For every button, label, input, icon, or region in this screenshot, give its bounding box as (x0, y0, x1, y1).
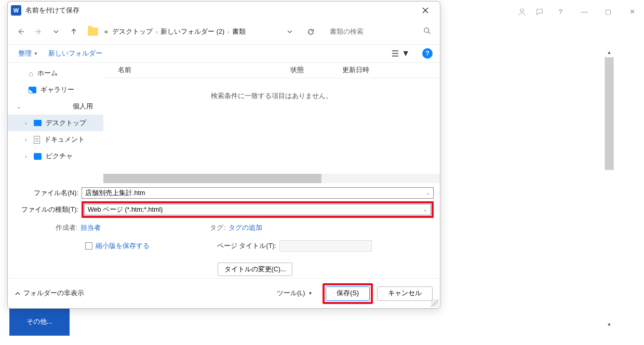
user-icon[interactable] (513, 4, 531, 20)
word-app-icon: W (11, 5, 21, 16)
sidebar-group-label: 個人用 (26, 102, 103, 111)
nav-forward-button[interactable] (31, 24, 46, 39)
page-title-input[interactable] (279, 240, 372, 252)
background-titlebar: ? — ▢ ✕ (441, 0, 644, 23)
nav-up-button[interactable] (66, 24, 82, 39)
svg-point-3 (424, 28, 429, 33)
view-mode-button[interactable]: ▼ (388, 47, 413, 60)
sort-indicator-icon: ⌃ (300, 65, 303, 70)
dialog-toolbar: 整理▼ 新しいフォルダー ▼ ? (8, 44, 440, 63)
sidebar-item-desktop[interactable]: › デスクトップ (8, 115, 103, 131)
chevron-right-icon[interactable]: › (22, 120, 30, 126)
filename-row: ファイル名(N): 店舗別売上集計.htm ⌄ (14, 187, 434, 199)
help-button[interactable]: ? (548, 4, 572, 20)
breadcrumb-root[interactable]: « (102, 28, 110, 35)
chevron-down-icon: ▼ (34, 51, 38, 56)
hide-folders-toggle[interactable]: フォルダーの非表示 (15, 289, 84, 298)
svg-line-4 (428, 32, 431, 34)
metadata-row: 作成者: 担当者 タグ: タグの追加 (14, 220, 434, 232)
folder-icon (88, 27, 98, 36)
save-thumbnail-label[interactable]: 縮小版を保存する (96, 242, 150, 251)
filetype-label: ファイルの種類(T): (14, 205, 82, 214)
dialog-body: ホーム ギャラリー ⌄ 個人用 › デスクトップ › ドキュメント › (8, 63, 440, 184)
empty-message: 検索条件に一致する項目はありません。 (103, 78, 440, 174)
search-box[interactable] (326, 24, 435, 39)
breadcrumb-item[interactable]: 新しいフォルダー (2) (158, 27, 226, 36)
change-title-button[interactable]: タイトルの変更(C)... (218, 263, 293, 276)
author-label: 作成者: (56, 224, 77, 232)
nav-back-button[interactable] (13, 24, 29, 39)
chevron-right-icon[interactable]: › (22, 137, 30, 143)
filetype-dropdown[interactable]: Web ページ (*.htm;*.html) ⌄ (84, 204, 431, 215)
column-status[interactable]: 状態 (285, 66, 337, 75)
file-list-header: 名前 ⌃ 状態 更新日時 (103, 63, 440, 78)
chat-icon[interactable] (531, 4, 548, 20)
save-button-highlight: 保存(S) (323, 283, 373, 304)
save-button[interactable]: 保存(S) (326, 286, 370, 301)
author-value[interactable]: 担当者 (81, 224, 101, 232)
breadcrumb-path[interactable]: « デスクトップ › 新しいフォルダー (2) › 書類 (88, 24, 297, 39)
chevron-down-icon: ▼ (308, 291, 312, 296)
sidebar-group-personal[interactable]: ⌄ 個人用 (8, 98, 103, 115)
scroll-up-icon[interactable]: ▲ (605, 48, 614, 57)
chevron-down-icon[interactable]: ⌄ (423, 207, 427, 212)
dialog-titlebar: W 名前を付けて保存 (8, 2, 440, 19)
svg-point-0 (520, 9, 524, 12)
breadcrumb-item[interactable]: 書類 (230, 27, 248, 36)
minimize-button[interactable]: — (572, 4, 596, 20)
dialog-close-button[interactable] (414, 3, 437, 18)
column-date[interactable]: 更新日時 (337, 66, 410, 75)
sidebar-item-pictures[interactable]: › ピクチャ (8, 148, 103, 164)
tags-label: タグ: (210, 224, 225, 232)
organize-button[interactable]: 整理▼ (15, 48, 41, 60)
sidebar-item-label: ギャラリー (41, 86, 74, 94)
desktop-icon (34, 120, 42, 126)
search-icon[interactable] (423, 27, 431, 36)
column-name[interactable]: 名前 (103, 66, 285, 75)
chevron-down-icon[interactable]: ⌄ (15, 104, 22, 109)
dialog-help-button[interactable]: ? (422, 48, 433, 59)
resize-grip[interactable] (431, 299, 438, 307)
sidebar-item-documents[interactable]: › ドキュメント (8, 131, 103, 148)
search-input[interactable] (330, 28, 423, 35)
cancel-button[interactable]: キャンセル (377, 286, 433, 301)
horizontal-scrollbar[interactable] (103, 174, 440, 183)
filetype-highlight: Web ページ (*.htm;*.html) ⌄ (82, 201, 434, 218)
navigation-bar: « デスクトップ › 新しいフォルダー (2) › 書類 (8, 19, 440, 44)
breadcrumb-item[interactable]: デスクトップ (110, 27, 155, 36)
filetype-row: ファイルの種類(T): Web ページ (*.htm;*.html) ⌄ (14, 201, 434, 218)
background-scrollbar[interactable]: ▲ (605, 57, 614, 170)
tools-dropdown[interactable]: ツール(L) ▼ (277, 289, 312, 298)
pictures-icon (34, 153, 42, 160)
change-title-row: タイトルの変更(C)... (76, 263, 434, 276)
sidebar-item-home[interactable]: ホーム (8, 65, 103, 81)
chevron-right-icon: › (155, 29, 158, 35)
sidebar-item-label: ホーム (37, 69, 58, 78)
home-icon (29, 69, 33, 78)
save-thumbnail-checkbox[interactable] (85, 242, 92, 250)
maximize-button[interactable]: ▢ (596, 4, 620, 20)
save-as-dialog: W 名前を付けて保存 « デスクトップ › 新しいフォルダー (2) › 書類 (7, 1, 440, 309)
close-button[interactable]: ✕ (620, 4, 644, 20)
sidebar-item-label: デスクトップ (46, 119, 86, 128)
new-folder-button[interactable]: 新しいフォルダー (45, 48, 105, 60)
other-button[interactable]: その他... (9, 308, 70, 336)
scrollbar-thumb[interactable] (605, 58, 613, 170)
filename-input[interactable]: 店舗別売上集計.htm ⌄ (82, 187, 434, 199)
page-title-label: ページ タイトル(T): (217, 242, 276, 251)
chevron-right-icon: › (226, 29, 230, 35)
nav-recent-button[interactable] (48, 24, 64, 39)
sidebar-item-label: ピクチャ (46, 152, 73, 161)
path-dropdown-icon[interactable] (283, 27, 297, 36)
sidebar-item-gallery[interactable]: ギャラリー (8, 81, 103, 98)
thumbnail-row: 縮小版を保存する ページ タイトル(T): (14, 235, 434, 257)
filename-label: ファイル名(N): (14, 189, 82, 198)
scroll-down-icon[interactable]: ▼ (605, 320, 614, 329)
gallery-icon (29, 87, 36, 93)
chevron-down-icon[interactable]: ⌄ (426, 190, 430, 196)
chevron-right-icon[interactable]: › (22, 154, 30, 159)
refresh-button[interactable] (303, 24, 318, 39)
scrollbar-thumb[interactable] (103, 174, 321, 183)
tags-value[interactable]: タグの追加 (229, 224, 262, 232)
sidebar: ホーム ギャラリー ⌄ 個人用 › デスクトップ › ドキュメント › (8, 63, 103, 184)
